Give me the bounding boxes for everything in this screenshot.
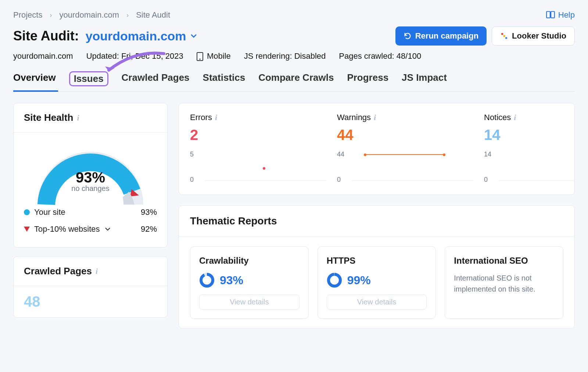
page-title-row: Site Audit: yourdomain.com Rerun campaig…: [13, 26, 575, 46]
page-title: Site Audit:: [13, 28, 79, 44]
breadcrumb-current: Site Audit: [136, 10, 170, 20]
site-health-card: Site Health i 93% no changes: [13, 103, 168, 248]
warnings-sparkline: 44 0: [337, 151, 477, 184]
help-label: Help: [558, 10, 575, 20]
thematic-card-title: HTTPS: [327, 256, 427, 266]
legend-top10[interactable]: Top-10% websites 92%: [24, 221, 157, 238]
breadcrumb-projects[interactable]: Projects: [13, 10, 42, 20]
info-icon[interactable]: i: [215, 113, 217, 122]
looker-label: Looker Studio: [512, 31, 566, 41]
chevron-down-icon: [190, 32, 197, 40]
data-point-icon: [443, 154, 445, 156]
thematic-card-title: Crawlability: [199, 256, 300, 266]
crawled-pages-value: 48: [14, 286, 167, 317]
site-health-sub: no changes: [21, 184, 160, 193]
thematic-desc: International SEO is not implemented on …: [454, 272, 554, 295]
thematic-title: Thematic Reports: [190, 215, 563, 227]
svg-point-3: [503, 35, 505, 37]
svg-point-4: [505, 37, 508, 39]
info-icon[interactable]: i: [374, 113, 376, 122]
crawled-pages-card: Crawled Pages i 48: [13, 256, 168, 318]
svg-rect-1: [551, 11, 555, 18]
reload-icon: [404, 32, 412, 40]
data-point-icon: [263, 167, 265, 170]
svg-rect-0: [546, 11, 550, 18]
tab-issues[interactable]: Issues: [69, 71, 108, 86]
tab-overview[interactable]: Overview: [13, 72, 56, 91]
chevron-right-icon: ›: [126, 11, 129, 19]
legend-label: Your site: [34, 207, 65, 217]
notices-sparkline: 14 0: [484, 151, 575, 184]
metric-label: Warnings: [337, 113, 371, 122]
domain-selector[interactable]: yourdomain.com: [86, 29, 197, 43]
axis-max: 14: [484, 151, 491, 158]
axis-max: 5: [190, 151, 194, 158]
crawled-pages-title: Crawled Pages: [24, 266, 92, 277]
info-icon[interactable]: i: [77, 113, 79, 123]
tab-js-impact[interactable]: JS Impact: [402, 72, 447, 91]
view-details-button[interactable]: View details: [199, 295, 300, 310]
svg-point-6: [201, 274, 213, 286]
thematic-reports-card: Thematic Reports Crawlability 93% View d…: [179, 205, 575, 329]
thematic-https[interactable]: HTTPS 99% View details: [318, 246, 436, 319]
view-details-button[interactable]: View details: [327, 295, 427, 310]
metric-value: 14: [484, 127, 575, 143]
tab-crawled-pages[interactable]: Crawled Pages: [122, 72, 190, 91]
rerun-campaign-button[interactable]: Rerun campaign: [395, 26, 487, 46]
svg-point-2: [501, 33, 503, 35]
breadcrumb: Projects › yourdomain.com › Site Audit H…: [13, 10, 575, 20]
meta-row: yourdomain.com Updated: Fri, Dec 15, 202…: [13, 51, 575, 61]
meta-pages-crawled: Pages crawled: 48/100: [339, 51, 421, 61]
legend-value: 92%: [141, 224, 157, 234]
thematic-pct: 99%: [347, 274, 371, 287]
book-icon: [546, 10, 555, 20]
looker-icon: [500, 32, 508, 40]
tabs: Overview Issues Crawled Pages Statistics…: [13, 72, 575, 92]
sparkline-line: [364, 154, 443, 155]
errors-sparkline: 5 0: [190, 151, 330, 184]
meta-updated: Updated: Fri, Dec 15, 2023: [86, 51, 183, 61]
meta-js-rendering: JS rendering: Disabled: [244, 51, 326, 61]
tab-progress[interactable]: Progress: [347, 72, 388, 91]
metric-value: 44: [337, 127, 477, 143]
legend-label: Top-10% websites: [34, 224, 100, 234]
metric-warnings[interactable]: Warnings i 44 44 0: [337, 113, 477, 184]
thematic-crawlability[interactable]: Crawlability 93% View details: [190, 246, 309, 319]
axis-min: 0: [337, 176, 341, 184]
metric-label: Errors: [190, 113, 212, 122]
domain-selector-label: yourdomain.com: [86, 29, 186, 43]
issues-metrics-card: Errors i 2 5 0 Warnings: [179, 103, 575, 195]
chevron-down-icon: [104, 226, 111, 232]
thematic-card-title: International SEO: [454, 256, 554, 266]
svg-point-8: [329, 274, 340, 286]
thematic-international-seo[interactable]: International SEO International SEO is n…: [445, 246, 563, 319]
metric-value: 2: [190, 127, 330, 143]
site-health-title: Site Health: [24, 112, 73, 123]
info-icon[interactable]: i: [96, 267, 98, 276]
legend-value: 93%: [141, 207, 157, 217]
tab-compare-crawls[interactable]: Compare Crawls: [258, 72, 334, 91]
metric-notices[interactable]: Notices i 14 14 0: [484, 113, 575, 184]
rerun-label: Rerun campaign: [415, 31, 478, 41]
mobile-icon: [197, 52, 203, 61]
triangle-down-icon: [24, 227, 30, 232]
metric-errors[interactable]: Errors i 2 5 0: [190, 113, 330, 184]
breadcrumb-domain[interactable]: yourdomain.com: [59, 10, 119, 20]
info-icon[interactable]: i: [514, 113, 516, 122]
metric-label: Notices: [484, 113, 511, 122]
site-health-value: 93%: [21, 169, 160, 186]
chevron-right-icon: ›: [50, 11, 52, 19]
axis-min: 0: [190, 176, 194, 184]
axis-max: 44: [337, 151, 344, 158]
ring-icon: [327, 272, 342, 288]
axis-min: 0: [484, 176, 488, 184]
meta-device: Mobile: [197, 51, 231, 61]
meta-domain: yourdomain.com: [13, 51, 73, 61]
looker-studio-button[interactable]: Looker Studio: [492, 26, 575, 46]
dot-icon: [24, 209, 30, 215]
data-point-icon: [364, 154, 366, 156]
ring-icon: [199, 272, 215, 288]
help-link[interactable]: Help: [546, 10, 575, 20]
thematic-pct: 93%: [220, 274, 243, 287]
tab-statistics[interactable]: Statistics: [203, 72, 245, 91]
